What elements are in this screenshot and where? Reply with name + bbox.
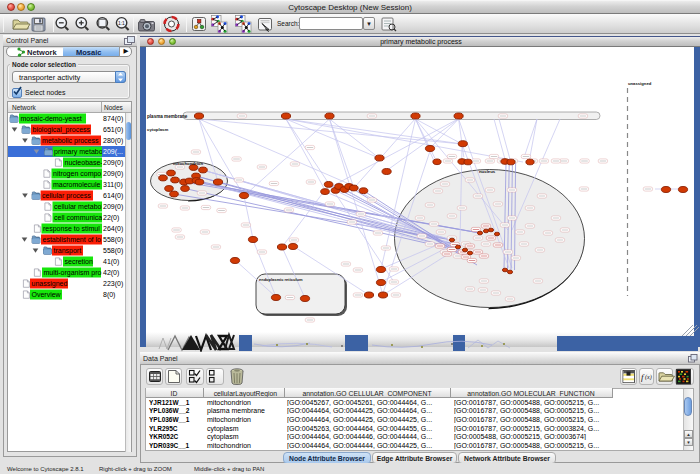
svg-text:unassigned: unassigned bbox=[628, 81, 652, 86]
svg-text:209(...: 209(... bbox=[103, 148, 123, 156]
svg-text:cellular metabol: cellular metabol bbox=[54, 203, 103, 210]
svg-text:209(0): 209(0) bbox=[103, 159, 123, 167]
svg-text:establishment of lo: establishment of lo bbox=[43, 236, 101, 243]
svg-text:558(0): 558(0) bbox=[103, 236, 123, 244]
svg-text:280(0): 280(0) bbox=[103, 137, 123, 145]
svg-text:209(0): 209(0) bbox=[103, 203, 123, 211]
svg-text:42(0): 42(0) bbox=[103, 269, 119, 277]
svg-text:558(0): 558(0) bbox=[103, 247, 123, 255]
svg-text:614(0): 614(0) bbox=[103, 192, 123, 200]
svg-text:multi-organism pro: multi-organism pro bbox=[44, 269, 102, 277]
svg-text:nucleus: nucleus bbox=[479, 169, 496, 174]
svg-text:unassigned: unassigned bbox=[32, 280, 68, 288]
svg-text:cytoplasm: cytoplasm bbox=[147, 127, 168, 132]
svg-text:mitochondrion: mitochondrion bbox=[173, 161, 203, 166]
svg-text:endoplasmic reticulum: endoplasmic reticulum bbox=[259, 277, 303, 282]
svg-text:secretion: secretion bbox=[65, 258, 94, 265]
svg-text:1:1: 1:1 bbox=[118, 20, 125, 26]
svg-text:(x): (x) bbox=[645, 374, 652, 381]
svg-text:response to stimul: response to stimul bbox=[43, 225, 100, 233]
svg-text:nucleobase-: nucleobase- bbox=[65, 159, 104, 166]
svg-text:41(0): 41(0) bbox=[103, 258, 119, 266]
svg-text:mosaic-demo-yeast: mosaic-demo-yeast bbox=[21, 115, 82, 123]
svg-text:plasma membrane: plasma membrane bbox=[147, 114, 188, 119]
svg-text:metabolic process: metabolic process bbox=[42, 137, 99, 145]
svg-text:264(0): 264(0) bbox=[103, 225, 123, 233]
svg-text:cell communicat: cell communicat bbox=[54, 214, 104, 221]
svg-text:primary metabo: primary metabo bbox=[54, 148, 103, 156]
svg-text:223(0): 223(0) bbox=[103, 280, 123, 288]
svg-text:nitrogen compo: nitrogen compo bbox=[53, 170, 101, 178]
svg-text:8(0): 8(0) bbox=[103, 291, 115, 299]
svg-text:311(0): 311(0) bbox=[103, 181, 123, 189]
svg-text:651(0): 651(0) bbox=[103, 126, 123, 134]
svg-text:Overview: Overview bbox=[32, 291, 62, 298]
svg-text:macromolecule: macromolecule bbox=[53, 181, 101, 188]
svg-text:874(0): 874(0) bbox=[103, 115, 123, 123]
svg-text:209(0): 209(0) bbox=[103, 170, 123, 178]
svg-text:biological_process: biological_process bbox=[33, 126, 91, 134]
svg-text:transport: transport bbox=[54, 247, 82, 255]
svg-text:22(0): 22(0) bbox=[103, 214, 119, 222]
svg-text:cellular process: cellular process bbox=[42, 192, 91, 200]
